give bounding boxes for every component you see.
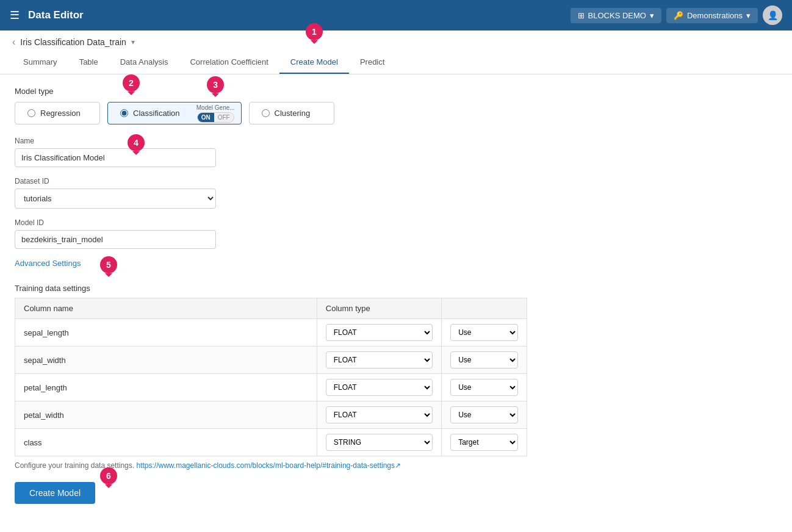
blocks-demo-caret-icon: ▾	[650, 11, 654, 20]
classification-label: Classification	[133, 109, 180, 118]
clustering-radio[interactable]	[262, 109, 270, 117]
col-header-name: Column name	[15, 298, 317, 319]
breadcrumb-title: Iris Classification Data_train	[20, 37, 126, 47]
action-select-1[interactable]: UseTargetIgnore	[450, 351, 518, 368]
blocks-demo-button[interactable]: ⊞ BLOCKS DEMO ▾	[571, 8, 661, 23]
table-icon: ⊞	[578, 11, 585, 20]
step-badge-5: 5	[100, 256, 117, 273]
sub-header: ‹ Iris Classification Data_train ▾ Summa…	[0, 31, 792, 74]
type-select-3[interactable]: FLOATINTSTRINGBOOLEAN	[326, 406, 433, 423]
model-gen-label: Model Gene...	[196, 104, 235, 111]
table-row-name-3: petal_width	[15, 401, 317, 429]
action-select-4[interactable]: UseTargetIgnore	[450, 434, 518, 451]
action-select-2[interactable]: UseTargetIgnore	[450, 379, 518, 396]
classification-radio[interactable]	[120, 109, 128, 117]
action-select-3[interactable]: UseTargetIgnore	[450, 406, 518, 423]
demonstrations-button[interactable]: 🔑 Demonstrations ▾	[666, 8, 758, 23]
create-model-container: 6 Create Model	[15, 470, 95, 504]
tab-data-analysis[interactable]: Data Analysis	[109, 51, 179, 74]
demonstrations-label: Demonstrations	[687, 11, 743, 20]
model-id-group: Model ID	[15, 218, 777, 249]
table-row-type-2[interactable]: FLOATINTSTRINGBOOLEAN	[317, 374, 441, 401]
breadcrumb: ‹ Iris Classification Data_train ▾	[12, 31, 780, 51]
table-row-type-1[interactable]: FLOATINTSTRINGBOOLEAN	[317, 347, 441, 374]
step-badge-3: 3	[207, 76, 224, 93]
model-type-group: Regression 2 Classification 3	[15, 102, 777, 124]
name-field-group: Name 4	[15, 137, 777, 167]
col-header-action	[442, 298, 527, 319]
dataset-id-label: Dataset ID	[15, 177, 777, 185]
tab-predict[interactable]: Predict	[349, 51, 395, 74]
back-arrow-icon[interactable]: ‹	[12, 37, 15, 48]
config-note: Configure your training data settings. h…	[15, 461, 777, 470]
model-type-clustering[interactable]: Clustering	[249, 102, 334, 124]
model-type-regression[interactable]: Regression	[15, 102, 100, 124]
main-content: Model type Regression 2 Classification	[0, 74, 792, 532]
advanced-settings-container: 5 Advanced Settings	[15, 259, 81, 268]
config-link[interactable]: https://www.magellanic-clouds.com/blocks…	[136, 461, 401, 470]
type-select-0[interactable]: FLOATINTSTRINGBOOLEAN	[326, 324, 433, 341]
regression-radio[interactable]	[27, 109, 35, 117]
demonstrations-caret-icon: ▾	[746, 11, 751, 20]
table-row-name-1: sepal_width	[15, 347, 317, 374]
tab-summary[interactable]: Summary	[12, 51, 68, 74]
table-row-name-4: class	[15, 429, 317, 456]
type-select-4[interactable]: FLOATINTSTRINGBOOLEAN	[326, 434, 433, 451]
top-navigation: ☰ Data Editor ⊞ BLOCKS DEMO ▾ 🔑 Demonstr…	[0, 0, 792, 31]
dataset-id-group: Dataset ID tutorials	[15, 177, 777, 209]
table-row-action-3[interactable]: UseTargetIgnore	[442, 401, 527, 429]
model-type-section: Model type Regression 2 Classification	[15, 87, 777, 124]
name-input[interactable]	[15, 148, 216, 167]
advanced-settings-link[interactable]: Advanced Settings	[15, 259, 81, 268]
model-type-classification[interactable]: 2 Classification 3 Model Gene... O	[107, 102, 242, 124]
hamburger-menu-icon[interactable]: ☰	[10, 9, 20, 22]
type-select-2[interactable]: FLOATINTSTRINGBOOLEAN	[326, 379, 433, 396]
table-row-type-4[interactable]: FLOATINTSTRINGBOOLEAN	[317, 429, 441, 456]
toggle-switch[interactable]: ON OFF	[197, 112, 234, 123]
table-row-action-2[interactable]: UseTargetIgnore	[442, 374, 527, 401]
blocks-demo-label: BLOCKS DEMO	[588, 11, 646, 20]
regression-label: Regression	[40, 109, 81, 118]
table-row-action-0[interactable]: UseTargetIgnore	[442, 319, 527, 347]
model-id-label: Model ID	[15, 218, 777, 227]
tab-correlation-coefficient[interactable]: Correlation Coefficient	[179, 51, 279, 74]
model-id-input[interactable]	[15, 230, 216, 249]
training-section-label: Training data settings	[15, 284, 777, 293]
col-header-type: Column type	[317, 298, 441, 319]
toggle-off-label: OFF	[214, 113, 234, 122]
table-row-name-0: sepal_length	[15, 319, 317, 347]
step-badge-1: 1	[306, 23, 323, 40]
model-gen-toggle[interactable]: Model Gene... ON OFF	[196, 104, 235, 123]
training-data-table: Column name Column type sepal_lengthFLOA…	[15, 298, 527, 456]
table-row-name-2: petal_length	[15, 374, 317, 401]
step-badge-4: 4	[128, 134, 145, 151]
key-icon: 🔑	[674, 11, 683, 20]
table-row-action-4[interactable]: UseTargetIgnore	[442, 429, 527, 456]
toggle-on-label: ON	[198, 113, 214, 122]
table-row-type-0[interactable]: FLOATINTSTRINGBOOLEAN	[317, 319, 441, 347]
breadcrumb-caret-icon[interactable]: ▾	[131, 38, 135, 46]
action-select-0[interactable]: UseTargetIgnore	[450, 324, 518, 341]
tab-create-model[interactable]: Create Model 1	[279, 51, 349, 74]
avatar-icon: 👤	[768, 10, 778, 20]
user-avatar[interactable]: 👤	[763, 5, 782, 25]
dataset-id-select[interactable]: tutorials	[15, 189, 216, 209]
type-select-1[interactable]: FLOATINTSTRINGBOOLEAN	[326, 351, 433, 368]
step-badge-6: 6	[100, 467, 117, 484]
table-row-action-1[interactable]: UseTargetIgnore	[442, 347, 527, 374]
app-title: Data Editor	[28, 9, 84, 21]
table-row-type-3[interactable]: FLOATINTSTRINGBOOLEAN	[317, 401, 441, 429]
tab-table[interactable]: Table	[68, 51, 109, 74]
clustering-label: Clustering	[275, 109, 311, 118]
tab-bar: Summary Table Data Analysis Correlation …	[12, 51, 780, 74]
create-model-button[interactable]: Create Model	[15, 482, 95, 504]
step-badge-2: 2	[123, 74, 140, 92]
